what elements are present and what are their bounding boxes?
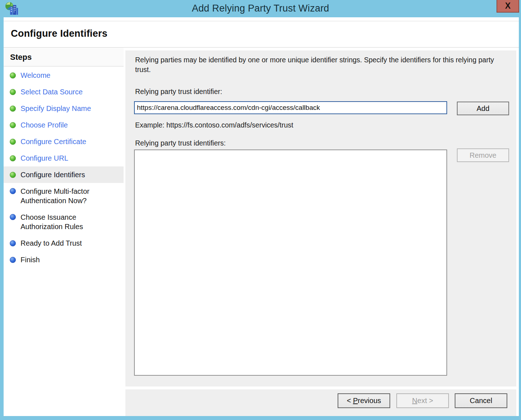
cancel-button[interactable]: Cancel — [455, 393, 507, 408]
title-bar: Add Relying Party Trust Wizard X — [0, 0, 521, 17]
sidebar-step-finish: Finish — [4, 251, 124, 268]
content-pane: Relying parties may be identified by one… — [125, 50, 516, 387]
wizard-window: Add Relying Party Trust Wizard X Configu… — [0, 0, 521, 420]
step-upcoming-bullet-icon — [10, 188, 16, 194]
page-title: Configure Identifiers — [11, 28, 107, 39]
page-description: Relying parties may be identified by one… — [135, 55, 510, 75]
example-text: Example: https://fs.contoso.com/adfs/ser… — [135, 121, 293, 129]
steps-heading: Steps — [4, 48, 124, 67]
sidebar-step-configure-identifiers[interactable]: Configure Identifiers — [4, 166, 124, 183]
add-button[interactable]: Add — [457, 102, 509, 115]
sidebar-step-choose-profile[interactable]: Choose Profile — [4, 117, 124, 133]
sidebar-step-ready-to-add-trust: Ready to Add Trust — [4, 235, 124, 251]
identifier-field-label: Relying party trust identifier: — [135, 88, 222, 96]
steps-list: Welcome Select Data Source Specify Displ… — [4, 67, 124, 268]
previous-button[interactable]: < Previous — [338, 393, 390, 408]
step-upcoming-bullet-icon — [10, 240, 16, 246]
sidebar-step-specify-display-name[interactable]: Specify Display Name — [4, 100, 124, 117]
step-done-bullet-icon — [10, 122, 16, 128]
step-done-bullet-icon — [10, 89, 16, 95]
remove-button: Remove — [457, 148, 509, 162]
sidebar-step-configure-url[interactable]: Configure URL — [4, 150, 124, 166]
step-done-bullet-icon — [10, 106, 16, 112]
identifier-input[interactable] — [134, 101, 447, 114]
sidebar-step-welcome[interactable]: Welcome — [4, 67, 124, 84]
sidebar-step-select-data-source[interactable]: Select Data Source — [4, 84, 124, 100]
steps-sidebar: Steps Welcome Select Data Source Specify… — [4, 48, 124, 416]
step-done-bullet-icon — [10, 139, 16, 145]
dialog-body: Configure Identifiers Steps Welcome Sele… — [4, 17, 519, 416]
step-upcoming-bullet-icon — [10, 257, 16, 263]
identifiers-listbox[interactable] — [134, 149, 447, 376]
close-icon: X — [505, 1, 511, 11]
step-upcoming-bullet-icon — [10, 214, 16, 220]
next-button: Next > — [396, 393, 449, 408]
window-title: Add Relying Party Trust Wizard — [0, 3, 521, 14]
step-done-bullet-icon — [10, 172, 16, 178]
sidebar-step-configure-mfa: Configure Multi-factor Authentication No… — [4, 183, 124, 209]
sidebar-step-configure-certificate[interactable]: Configure Certificate — [4, 133, 124, 150]
sidebar-step-choose-issuance-rules: Choose Issuance Authorization Rules — [4, 209, 124, 235]
footer-bar: < Previous Next > Cancel — [125, 389, 516, 416]
titlebar-shadow-line — [4, 21, 519, 21]
close-button[interactable]: X — [496, 0, 519, 13]
step-done-bullet-icon — [10, 155, 16, 161]
step-done-bullet-icon — [10, 72, 16, 79]
identifiers-list-label: Relying party trust identifiers: — [135, 139, 226, 147]
